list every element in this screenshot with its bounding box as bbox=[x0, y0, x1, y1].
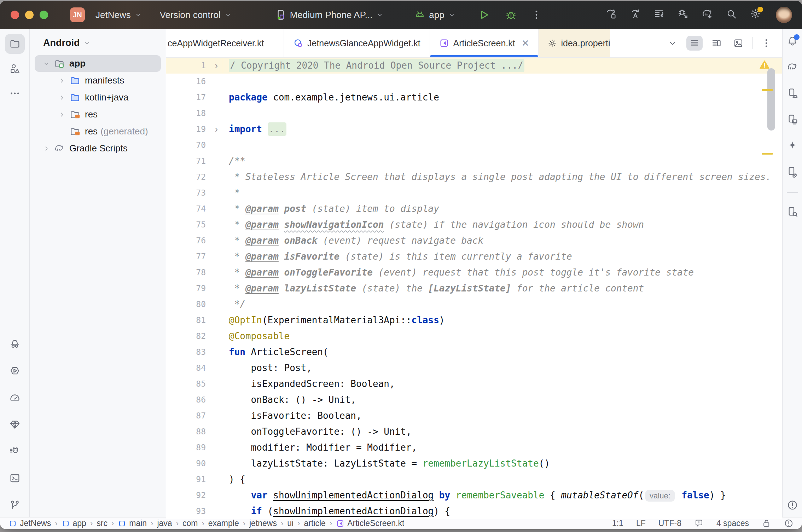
logcat-cat-icon[interactable] bbox=[9, 446, 21, 457]
close-tab-icon[interactable]: ✕ bbox=[522, 38, 529, 49]
gradle-sync-icon[interactable] bbox=[702, 8, 713, 22]
fold-region-icon[interactable]: › bbox=[210, 124, 223, 134]
breadcrumb-item-article[interactable]: article bbox=[304, 519, 326, 528]
breadcrumb-item-app[interactable]: app bbox=[62, 519, 86, 528]
gradle-elephant-icon[interactable] bbox=[787, 62, 798, 74]
tree-item-manifests[interactable]: manifests bbox=[35, 72, 161, 89]
code-line-79[interactable]: 79 * @param lazyListState (state) the [L… bbox=[166, 281, 782, 296]
resource-manager-icon[interactable] bbox=[5, 59, 25, 79]
profiler-glyph[interactable] bbox=[653, 8, 665, 19]
tree-chevron-icon[interactable] bbox=[55, 94, 69, 102]
tree-item-gradle-scripts[interactable]: Gradle Scripts bbox=[35, 140, 161, 157]
tab-glance-app-widget-receiver[interactable]: ceAppWidgetReceiver.kt bbox=[166, 29, 284, 57]
code-line-88[interactable]: 88 onToggleFavorite: () -> Unit, bbox=[166, 424, 782, 440]
code-editor[interactable]: 1›/ Copyright 2020 The Android Open Sour… bbox=[166, 58, 782, 519]
breadcrumb-item-com[interactable]: com bbox=[182, 519, 198, 528]
code-line-83[interactable]: 83fun ArticleScreen( bbox=[166, 344, 782, 360]
gear-glyph[interactable] bbox=[750, 8, 761, 19]
project-name-menu[interactable]: JetNews bbox=[90, 6, 148, 24]
breadcrumb-item-example[interactable]: example bbox=[208, 519, 239, 528]
file-writable-icon[interactable] bbox=[762, 519, 771, 528]
app-inspection-gem-icon[interactable] bbox=[9, 419, 21, 430]
debug-button[interactable] bbox=[505, 9, 517, 21]
tab-jetnews-glance-app-widget[interactable]: JetnewsGlanceAppWidget.kt bbox=[284, 29, 430, 57]
bell-glyph[interactable] bbox=[787, 35, 798, 47]
elephant-glyph[interactable] bbox=[787, 62, 798, 73]
code-line-77[interactable]: 77 * @param isFavorite (state) is this i… bbox=[166, 249, 782, 265]
bug-attach-glyph[interactable] bbox=[678, 8, 689, 19]
code-line-82[interactable]: 82@Composable bbox=[166, 328, 782, 344]
incognito-hat-icon[interactable] bbox=[9, 338, 21, 349]
inspection-balloon-icon[interactable] bbox=[694, 519, 704, 528]
attach-debugger-icon[interactable] bbox=[678, 8, 689, 22]
indent-style[interactable]: 4 spaces bbox=[716, 519, 749, 528]
view-mode-preview[interactable] bbox=[730, 36, 746, 51]
device-manager-icon[interactable] bbox=[787, 88, 798, 100]
code-line-80[interactable]: 80 */ bbox=[166, 296, 782, 312]
apply-changes-icon[interactable] bbox=[629, 8, 641, 22]
tree-chevron-icon[interactable] bbox=[40, 145, 53, 152]
inspections-warning-icon[interactable] bbox=[759, 59, 770, 70]
more-tool-windows-icon[interactable] bbox=[5, 83, 25, 103]
warning-stripe-mark[interactable] bbox=[762, 89, 773, 91]
problems-status-icon[interactable] bbox=[784, 519, 794, 528]
code-line-92[interactable]: 92 var showUnimplementedActionDialog by … bbox=[166, 487, 782, 503]
sparkle-glyph[interactable] bbox=[787, 140, 798, 151]
warning-stripe-mark[interactable] bbox=[762, 153, 773, 155]
tree-chevron-icon[interactable] bbox=[40, 60, 53, 68]
phone-layers-glyph[interactable] bbox=[787, 114, 798, 125]
breadcrumb-item-ui[interactable]: ui bbox=[287, 519, 294, 528]
phone-search-glyph[interactable] bbox=[787, 206, 798, 218]
breadcrumb-item-main[interactable]: main bbox=[118, 519, 147, 528]
code-line-91[interactable]: 91) { bbox=[166, 472, 782, 487]
tree-item-res[interactable]: res(generated) bbox=[35, 123, 161, 140]
code-line-84[interactable]: 84 post: Post, bbox=[166, 360, 782, 376]
dots-h-glyph[interactable] bbox=[9, 88, 21, 99]
code-line-19[interactable]: 19›import ... bbox=[166, 121, 782, 137]
search-everywhere-icon[interactable] bbox=[726, 8, 737, 22]
gemini-sparkle-icon[interactable] bbox=[787, 140, 798, 153]
minimize-window-button[interactable] bbox=[25, 11, 34, 19]
code-line-74[interactable]: 74 * @param post (state) item to display bbox=[166, 201, 782, 217]
view-mode-editor[interactable] bbox=[686, 36, 703, 51]
line-separator[interactable]: LF bbox=[636, 519, 646, 528]
caret-position[interactable]: 1:1 bbox=[612, 519, 623, 528]
phone-android-glyph[interactable] bbox=[787, 88, 798, 99]
project-tool-icon[interactable] bbox=[5, 34, 25, 54]
code-line-75[interactable]: 75 * @param showNavigationIcon (state) i… bbox=[166, 217, 782, 233]
device-explorer-icon[interactable] bbox=[787, 206, 798, 219]
code-line-18[interactable]: 18 bbox=[166, 105, 782, 121]
tab-idea-properties[interactable]: idea.properti bbox=[539, 29, 610, 57]
profiler-gauge-icon[interactable] bbox=[9, 392, 21, 403]
tree-chevron-icon[interactable] bbox=[55, 77, 69, 85]
hidden-tabs-chevron[interactable] bbox=[664, 36, 681, 51]
code-line-87[interactable]: 87 isFavorite: Boolean, bbox=[166, 408, 782, 424]
version-control-menu[interactable]: Version control bbox=[154, 6, 238, 24]
terminal-icon[interactable] bbox=[9, 473, 21, 484]
view-mode-split[interactable] bbox=[708, 36, 725, 51]
more-actions-menu[interactable] bbox=[531, 9, 542, 21]
code-line-90[interactable]: 90 lazyListState: LazyListState = rememb… bbox=[166, 456, 782, 472]
code-line-78[interactable]: 78 * @param onToggleFavorite (event) req… bbox=[166, 265, 782, 281]
tab-article-screen[interactable]: ArticleScreen.kt✕ bbox=[430, 29, 539, 57]
code-line-93[interactable]: 93 if (showUnimplementedActionDialog) { bbox=[166, 503, 782, 519]
phone-link-glyph[interactable] bbox=[787, 166, 798, 178]
tree-chevron-icon[interactable] bbox=[55, 111, 69, 118]
breadcrumb-item-jetnews[interactable]: JetNews bbox=[8, 519, 51, 528]
profiler-lines-icon[interactable] bbox=[653, 8, 665, 22]
elephant-sync-glyph[interactable] bbox=[702, 8, 713, 19]
folder-glyph[interactable] bbox=[9, 38, 21, 50]
code-line-76[interactable]: 76 * @param onBack (event) request navig… bbox=[166, 233, 782, 249]
running-devices-icon[interactable] bbox=[787, 114, 798, 127]
run-button[interactable] bbox=[478, 9, 490, 21]
editor-options-menu[interactable] bbox=[758, 36, 774, 51]
code-line-85[interactable]: 85 isExpandedScreen: Boolean, bbox=[166, 376, 782, 392]
build-hammer-icon[interactable] bbox=[605, 8, 617, 22]
code-line-72[interactable]: 72 * Stateless Article Screen that displ… bbox=[166, 169, 782, 185]
breadcrumb-item-jetnews[interactable]: jetnews bbox=[249, 519, 277, 528]
tree-item-app[interactable]: app bbox=[35, 55, 161, 72]
user-avatar[interactable] bbox=[776, 7, 792, 23]
breadcrumb-item-src[interactable]: src bbox=[97, 519, 107, 528]
breadcrumb-item-java[interactable]: java bbox=[157, 519, 172, 528]
close-window-button[interactable] bbox=[11, 11, 19, 19]
